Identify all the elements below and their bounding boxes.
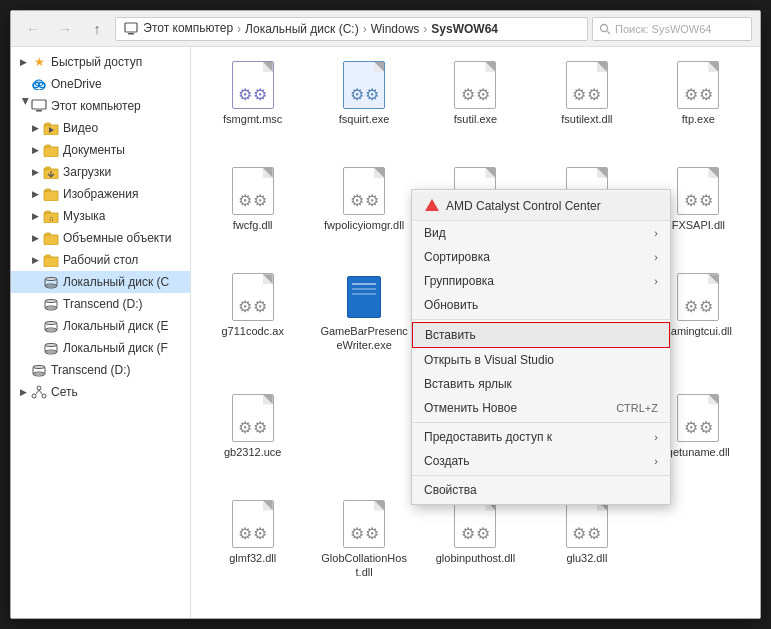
svg-line-31: [36, 390, 39, 394]
sidebar-item-music[interactable]: ▶ ♫ Музыка: [11, 205, 190, 227]
up-button[interactable]: ↑: [83, 15, 111, 43]
drive-icon: [43, 274, 59, 290]
file-item[interactable]: ⚙⚙ fwpolicyiomgr.dll: [310, 161, 417, 263]
file-item[interactable]: ⚙⚙ GlobCollationHost.dll: [310, 494, 417, 610]
context-menu-item-properties[interactable]: Свойства: [412, 478, 670, 502]
arrow-icon: ›: [654, 431, 658, 443]
sidebar-item-network[interactable]: ▶ Сеть: [11, 381, 190, 403]
sidebar-label: Музыка: [63, 209, 105, 223]
arrow-icon: ›: [654, 251, 658, 263]
file-item[interactable]: ⚙⚙ gb2312.uce: [199, 388, 306, 490]
sep3: ›: [423, 22, 427, 36]
drive-icon: [43, 318, 59, 334]
sidebar-item-desktop[interactable]: ▶ Рабочий стол: [11, 249, 190, 271]
sidebar-item-quick-access[interactable]: ▶ ★ Быстрый доступ: [11, 51, 190, 73]
sidebar-label: Рабочий стол: [63, 253, 138, 267]
file-name: gamingtcui.dll: [665, 324, 732, 338]
file-icon: ⚙⚙: [674, 394, 722, 442]
file-item[interactable]: ⚙⚙ glmf32.dll: [199, 494, 306, 610]
file-item[interactable]: ⚙⚙ fsutilext.dll: [533, 55, 640, 157]
sidebar-item-onedrive[interactable]: OneDrive: [11, 73, 190, 95]
context-menu-item-paste[interactable]: Вставить: [412, 322, 670, 348]
expand-icon: ▶: [27, 164, 43, 180]
file-item[interactable]: GameBarPresenceWriter.exe: [310, 267, 417, 383]
context-menu-item-create[interactable]: Создать ›: [412, 449, 670, 473]
sidebar-item-local-e[interactable]: Локальный диск (E: [11, 315, 190, 337]
sidebar-item-transcend2[interactable]: Transcend (D:): [11, 359, 190, 381]
item-label: Вид: [424, 226, 446, 240]
file-icon: ⚙⚙: [229, 61, 277, 109]
context-menu-item-group[interactable]: Группировка ›: [412, 269, 670, 293]
shortcut-label: CTRL+Z: [616, 402, 658, 414]
sidebar-item-video[interactable]: ▶ Видео: [11, 117, 190, 139]
address-windows: Windows: [371, 22, 420, 36]
file-icon: ⚙⚙: [674, 167, 722, 215]
svg-line-3: [607, 31, 610, 34]
file-name: glu32.dll: [566, 551, 607, 565]
svg-line-32: [39, 390, 42, 394]
svg-rect-8: [32, 100, 46, 109]
context-menu-item-share[interactable]: Предоставить доступ к ›: [412, 425, 670, 449]
sidebar-item-3d[interactable]: ▶ Объемные объекти: [11, 227, 190, 249]
file-name: globinputhost.dll: [436, 551, 516, 565]
sep1: ›: [237, 22, 241, 36]
context-menu-title: AMD Catalyst Control Center: [446, 199, 601, 213]
file-item[interactable]: ⚙⚙ glu32.dll: [533, 494, 640, 610]
file-name: getuname.dll: [667, 445, 730, 459]
context-menu-item-sort[interactable]: Сортировка ›: [412, 245, 670, 269]
expand-icon: ▶: [27, 120, 43, 136]
svg-point-18: [45, 299, 57, 302]
file-name: fsquirt.exe: [339, 112, 390, 126]
file-item[interactable]: ⚙⚙ globinputhost.dll: [422, 494, 529, 610]
forward-button[interactable]: →: [51, 15, 79, 43]
file-name: g711codc.ax: [222, 324, 284, 338]
sidebar-item-this-pc[interactable]: ▶ Этот компьютер: [11, 95, 190, 117]
svg-point-15: [45, 277, 57, 280]
item-label: Обновить: [424, 298, 478, 312]
search-box[interactable]: Поиск: SysWOW64: [592, 17, 752, 41]
sidebar-label: Локальный диск (E: [63, 319, 169, 333]
file-item[interactable]: ⚙⚙ fsutil.exe: [422, 55, 529, 157]
file-name: ftp.exe: [682, 112, 715, 126]
address-bar[interactable]: Этот компьютер › Локальный диск (C:) › W…: [115, 17, 588, 41]
spacer: [27, 274, 43, 290]
back-button[interactable]: ←: [19, 15, 47, 43]
file-area: ⚙⚙ fsmgmt.msc ⚙⚙ fsquirt.exe: [191, 47, 760, 618]
sidebar-item-docs[interactable]: ▶ Документы: [11, 139, 190, 161]
item-label: Вставить ярлык: [424, 377, 512, 391]
separator: [412, 422, 670, 423]
sidebar-label: Transcend (D:): [51, 363, 131, 377]
sidebar-label: Изображения: [63, 187, 138, 201]
item-label: Сортировка: [424, 250, 490, 264]
sidebar-label: Transcend (D:): [63, 297, 143, 311]
file-icon: ⚙⚙: [451, 500, 499, 548]
context-menu-item-view[interactable]: Вид ›: [412, 221, 670, 245]
context-menu-item-undo[interactable]: Отменить Новое CTRL+Z: [412, 396, 670, 420]
address-syswow64: SysWOW64: [431, 22, 498, 36]
context-menu-item-refresh[interactable]: Обновить: [412, 293, 670, 317]
svg-point-28: [37, 386, 41, 390]
sidebar-label: Локальный диск (С: [63, 275, 169, 289]
sidebar-item-local-c[interactable]: Локальный диск (С: [11, 271, 190, 293]
file-item[interactable]: ⚙⚙ g711codc.ax: [199, 267, 306, 383]
context-menu-item-paste-shortcut[interactable]: Вставить ярлык: [412, 372, 670, 396]
sidebar-item-downloads[interactable]: ▶ Загрузки: [11, 161, 190, 183]
folder-music-icon: ♫: [43, 208, 59, 224]
sidebar-item-images[interactable]: ▶ Изображения: [11, 183, 190, 205]
file-icon: ⚙⚙: [340, 167, 388, 215]
file-item[interactable]: ⚙⚙ fsquirt.exe: [310, 55, 417, 157]
drive-icon: [43, 296, 59, 312]
sidebar-label: Локальный диск (F: [63, 341, 168, 355]
context-menu-item-paste-vs[interactable]: Открыть в Visual Studio: [412, 348, 670, 372]
sidebar-item-transcend[interactable]: Transcend (D:): [11, 293, 190, 315]
sidebar-label: OneDrive: [51, 77, 102, 91]
file-name: fsmgmt.msc: [223, 112, 282, 126]
file-icon: ⚙⚙: [340, 61, 388, 109]
cloud-icon: [31, 76, 47, 92]
item-label: Открыть в Visual Studio: [424, 353, 554, 367]
file-item[interactable]: ⚙⚙ fsmgmt.msc: [199, 55, 306, 157]
expand-icon: ▶: [27, 142, 43, 158]
sidebar-item-local-f[interactable]: Локальный диск (F: [11, 337, 190, 359]
file-item[interactable]: ⚙⚙ fwcfg.dll: [199, 161, 306, 263]
file-item[interactable]: ⚙⚙ ftp.exe: [645, 55, 752, 157]
